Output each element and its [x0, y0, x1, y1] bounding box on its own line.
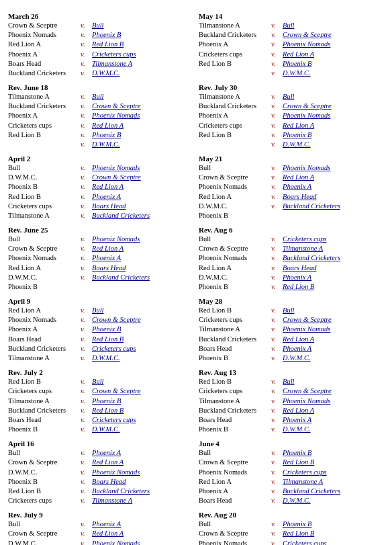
vs-label: v.: [271, 415, 281, 425]
team-left: D.W.M.C.: [8, 539, 81, 545]
team-right: Buckland Cricketers: [92, 211, 150, 220]
team-right: Phoenix Nomads: [92, 468, 140, 477]
team-right: Tilmanstone A: [92, 496, 132, 505]
team-left: Tilmanstone A: [8, 353, 81, 363]
team-left: Bull: [8, 448, 81, 458]
match-row: Cricketers cupsv.Red Lion A: [199, 50, 384, 59]
section-date: April 2: [8, 155, 193, 163]
team-right: Crown & Sceptre: [92, 101, 141, 111]
team-right: Red Lion B: [283, 458, 314, 467]
team-right: Boars Head: [283, 263, 316, 273]
match-row: Phoenix Nomadsv.Phoenix B: [8, 30, 193, 40]
match-row: Bullv.Phoenix Nomads: [8, 163, 193, 173]
match-row: Phoenix Bv.Red Lion A: [8, 182, 193, 192]
team-left: Phoenix A: [199, 111, 271, 120]
match-row: D.W.M.C.v.Crown & Sceptre: [8, 173, 193, 182]
match-row: Boars Headv.Red Lion B: [8, 335, 193, 344]
vs-label: v.: [81, 325, 90, 334]
section-2-1: May 21Bullv.Phoenix NomadsCrown & Sceptr…: [199, 155, 384, 220]
team-left: Red Lion A: [199, 263, 271, 273]
team-left: D.W.M.C.: [8, 173, 81, 182]
team-left: Phoenix Nomads: [199, 253, 271, 263]
match-row: Tilmanstone Av.Bull: [199, 21, 384, 30]
team-right: Phoenix A: [283, 182, 311, 192]
match-row: Red Lion Bv.Bull: [199, 377, 384, 386]
vs-label: v.: [271, 202, 281, 211]
match-row: Buckland Cricketersv.Crown & Sceptre: [199, 101, 384, 111]
vs-label: v.: [271, 130, 281, 140]
match-row: Red Lion Bv.Bull: [8, 377, 193, 386]
team-right: D.W.M.C.: [283, 140, 311, 149]
section-date: May 14: [199, 12, 384, 20]
team-left: Boars Head: [199, 496, 271, 505]
team-left: Phoenix A: [8, 325, 81, 334]
vs-label: v.: [271, 50, 281, 59]
match-row: Red Lion Av.Bull: [8, 306, 193, 315]
vs-label: v.: [271, 477, 281, 487]
team-left: D.W.M.C.: [8, 273, 81, 282]
vs-label: v.: [81, 202, 90, 211]
vs-label: v.: [81, 40, 90, 49]
team-left: Tilmanstone A: [199, 396, 271, 406]
section-2-0: May 14Tilmanstone Av.BullBuckland Cricke…: [199, 12, 384, 78]
vs-label: v.: [271, 325, 281, 334]
team-right: D.W.M.C.: [283, 496, 311, 505]
match-row: Buckland Cricketersv.Red Lion B: [8, 406, 193, 415]
vs-label: v.: [81, 519, 90, 529]
section-0-1: April 2Bullv.Phoenix NomadsD.W.M.C.v.Cro…: [8, 155, 193, 220]
vs-label: v.: [271, 315, 281, 325]
team-right: D.W.M.C.: [92, 69, 120, 78]
vs-label: v.: [81, 315, 90, 325]
vs-label: v.: [271, 163, 281, 173]
team-right: Bull: [283, 21, 295, 30]
team-right: Phoenix A: [92, 448, 121, 458]
main-left-column: March 26Crown & Sceptrev.BullPhoenix Nom…: [8, 12, 193, 545]
section-date: Rev. Aug 6: [199, 226, 384, 234]
vs-label: v.: [81, 377, 90, 386]
team-left: Buckland Cricketers: [199, 335, 271, 344]
match-row: Red Lion Av.Boars Head: [199, 192, 384, 202]
team-right: Buckland Cricketers: [283, 487, 340, 496]
match-row: Crown & Sceptrev.Red Lion B: [199, 458, 384, 467]
vs-label: v.: [81, 92, 90, 101]
vs-label: v.: [81, 263, 90, 273]
vs-label: v.: [81, 182, 90, 192]
vs-label: v.: [81, 244, 90, 253]
team-left: Red Lion B: [199, 306, 271, 315]
vs-label: v.: [271, 386, 281, 396]
team-left: Phoenix A: [199, 40, 271, 49]
team-left: Phoenix B: [8, 182, 81, 192]
team-left: Red Lion A: [8, 306, 81, 315]
team-left: Phoenix Nomads: [199, 539, 271, 545]
match-row: Phoenix Av.Phoenix Nomads: [8, 111, 193, 120]
section-3-1: Rev. Aug 6Bullv.Cricketers cupsCrown & S…: [199, 226, 384, 292]
team-right: Phoenix B: [283, 59, 311, 69]
match-row: Red Lion Av.Tilmanstone A: [199, 477, 384, 487]
vs-label: v.: [271, 92, 281, 101]
team-left: Cricketers cups: [8, 121, 81, 130]
section-0-2: April 9Red Lion Av.BullPhoenix Nomadsv.C…: [8, 297, 193, 363]
team-right: Bull: [92, 21, 104, 30]
team-right: Buckland Cricketers: [283, 202, 340, 211]
vs-label: v.: [81, 448, 90, 458]
team-left: Cricketers cups: [8, 496, 81, 505]
team-right: Boars Head: [92, 477, 126, 487]
vs-label: v.: [271, 21, 281, 30]
team-left: Phoenix B: [199, 353, 271, 363]
team-left: Phoenix Nomads: [199, 182, 271, 192]
team-right: Phoenix Nomads: [92, 163, 140, 173]
team-right: Tilmanstone A: [283, 477, 323, 487]
vs-label: v.: [81, 458, 90, 467]
match-row: Phoenix Bv.D.W.M.C.: [8, 425, 193, 434]
team-right: Phoenix A: [283, 273, 311, 282]
match-row: Cricketers cupsv.Crown & Sceptre: [199, 315, 384, 325]
team-left: Phoenix B: [199, 282, 271, 292]
team-left: Boars Head: [8, 415, 81, 425]
team-left: [8, 140, 81, 149]
team-left: Cricketers cups: [8, 202, 81, 211]
team-right: Phoenix A: [92, 192, 121, 202]
team-left: Buckland Cricketers: [8, 69, 81, 78]
team-left: Phoenix B: [199, 425, 271, 434]
team-right: Phoenix A: [92, 253, 121, 263]
team-right: Red Lion B: [92, 406, 124, 415]
